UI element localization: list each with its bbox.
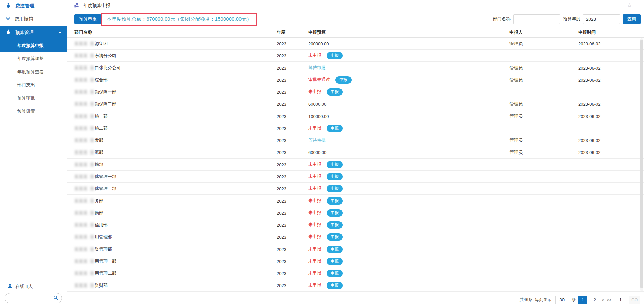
declare-budget-button[interactable]: 预算申报 <box>74 14 101 24</box>
redacted-blur: 某某某 <box>74 234 88 239</box>
declare-button[interactable]: 申报 <box>327 282 343 289</box>
year-cell: 2023 <box>277 222 286 227</box>
declare-button[interactable]: 申报 <box>327 233 343 241</box>
dept-name-cell: 某某某某用管理部 <box>74 234 112 240</box>
redacted-blur: 某 <box>90 126 94 131</box>
declarant-cell: 管理员 <box>509 113 523 119</box>
search-icon[interactable] <box>53 295 58 302</box>
sidebar-item-label: 预算管理 <box>15 30 34 36</box>
year-cell: 2023 <box>277 198 286 203</box>
declare-button[interactable]: 申报 <box>335 76 352 84</box>
page-size-input[interactable] <box>555 296 569 304</box>
declare-button[interactable]: 申报 <box>327 221 343 229</box>
person-icon <box>7 283 13 290</box>
budget-cell: 未申报申报 <box>308 52 343 59</box>
query-button[interactable]: 查询 <box>623 14 641 24</box>
dept-name-cell: 某某某某用管理二部 <box>74 270 116 276</box>
redacted-blur: 某 <box>90 259 94 264</box>
budget-cell: 未申报申报 <box>308 88 343 96</box>
status-text: 未申报 <box>308 89 321 94</box>
redacted-blur: 某 <box>90 222 94 227</box>
sidebar-subitem-6[interactable]: 预算设置 <box>0 104 67 118</box>
declare-button[interactable]: 申报 <box>327 173 343 180</box>
dept-name-cell: 某某某某施二部 <box>74 125 108 131</box>
declare-button[interactable]: 申报 <box>327 161 343 168</box>
budget-cell: 未申报申报 <box>308 233 343 241</box>
status-text: 未申报 <box>308 234 321 239</box>
status-text: 未申报 <box>308 282 321 288</box>
year-cell: 2023 <box>277 101 286 106</box>
dept-name-text: 发部 <box>95 138 103 143</box>
favorite-star-icon[interactable]: ☆ <box>627 3 632 8</box>
declare-time-cell: 2023-06-02 <box>578 101 601 106</box>
last-page-button[interactable]: >> <box>607 298 611 302</box>
sidebar-subitem-4[interactable]: 部门支出 <box>0 78 67 91</box>
table-row: 某某某某务部2023未申报申报 <box>67 195 644 207</box>
dept-name-text: 施二部 <box>95 126 108 131</box>
dept-name-text: 购部 <box>95 210 103 215</box>
sidebar-subitem-1[interactable]: 年度预算申报 <box>0 39 67 52</box>
redacted-blur: 某某某 <box>74 198 88 203</box>
sidebar-subitem-3[interactable]: 年度预算查看 <box>0 65 67 78</box>
redacted-blur: 某某某 <box>74 210 88 215</box>
redacted-blur: 某某某 <box>74 186 88 191</box>
page-button-2[interactable]: 2 <box>590 296 599 304</box>
sidebar-item-budget-management[interactable]: 预算管理 <box>0 26 67 39</box>
year-cell: 2023 <box>277 174 286 179</box>
declare-button[interactable]: 申报 <box>327 185 343 192</box>
redacted-blur: 某某某 <box>74 89 88 94</box>
declare-button[interactable]: 申报 <box>327 52 343 59</box>
status-text: 未申报 <box>308 210 321 215</box>
redacted-blur: 某 <box>90 247 94 252</box>
dept-name-cell: 某某某某施一部 <box>74 113 108 119</box>
next-page-button[interactable]: > <box>602 298 604 302</box>
dept-name-cell: 某某某某信用部 <box>74 222 108 228</box>
declarant-cell: 管理员 <box>509 101 523 107</box>
table-row: 某某某某用管理部2023未申报申报 <box>67 231 644 243</box>
table-row: 某某某某施部2023未申报申报 <box>67 159 644 171</box>
redacted-blur: 某某某 <box>74 150 88 155</box>
declarant-cell: 管理员 <box>509 65 523 71</box>
declare-time-cell: 2023-06-02 <box>578 65 601 70</box>
dept-name-cell: 某某某某勤保障一部 <box>74 89 116 95</box>
declare-button[interactable]: 申报 <box>327 246 343 253</box>
table-body: 某某某某源集团2023200000.00管理员2023-06-02某某某某东润分… <box>67 38 644 292</box>
budget-cell: 60000.00 <box>308 150 326 155</box>
status-text: 未申报 <box>308 174 321 179</box>
sidebar-search-input[interactable] <box>8 296 53 301</box>
sidebar-item-expense-report[interactable]: 费用报销 <box>0 12 67 26</box>
page-button-1[interactable]: 1 <box>578 296 587 304</box>
redacted-blur: 某 <box>90 65 94 70</box>
dept-name-cell: 某某某某综合部 <box>74 77 108 83</box>
declare-button[interactable]: 申报 <box>327 258 343 265</box>
declare-button[interactable]: 申报 <box>327 125 343 132</box>
sidebar-subitem-5[interactable]: 预算审批 <box>0 91 67 104</box>
table-row: 某某某某勤保障一部2023未申报申报 <box>67 86 644 98</box>
col-year: 年度 <box>277 29 285 35</box>
sidebar-submenu: 年度预算申报年度预算调整年度预算查看部门支出预算审批预算设置 <box>0 39 67 118</box>
declare-button[interactable]: 申报 <box>327 270 343 277</box>
goto-page-input[interactable] <box>614 296 626 304</box>
dept-name-text: 用管理二部 <box>95 271 116 276</box>
declare-button[interactable]: 申报 <box>327 209 343 217</box>
redacted-blur: 某某某 <box>74 101 88 106</box>
dept-name-text: 流部 <box>95 150 103 155</box>
money-bag-icon <box>5 29 11 36</box>
go-button[interactable]: GO <box>629 296 640 304</box>
declare-button[interactable]: 申报 <box>327 88 343 96</box>
dept-name-cell: 某某某某资管理部 <box>74 246 112 252</box>
scrollbar-thumb[interactable] <box>640 40 643 288</box>
table-header: 部门名称 年度 申报预算 申报人 申报时间 <box>67 27 644 38</box>
declare-button[interactable]: 申报 <box>327 197 343 205</box>
scrollbar[interactable] <box>640 38 643 291</box>
dept-filter-input[interactable] <box>513 14 560 24</box>
pagination: 共46条, 每页显示: 条 12 > >> GO <box>519 292 644 308</box>
sidebar-subitem-2[interactable]: 年度预算调整 <box>0 52 67 65</box>
sidebar-header: 费控管理 <box>0 0 67 12</box>
dept-name-cell: 某某某某口张北分公司 <box>74 65 121 71</box>
redacted-blur: 某某某 <box>74 65 88 70</box>
toolbar: 预算申报 本年度预算总额：670000.00元（集团分配额度：1500000.0… <box>67 11 644 27</box>
year-filter-input[interactable] <box>583 14 620 24</box>
page-buttons: 12 <box>578 296 599 304</box>
dept-name-cell: 某某某某源集团 <box>74 41 108 47</box>
